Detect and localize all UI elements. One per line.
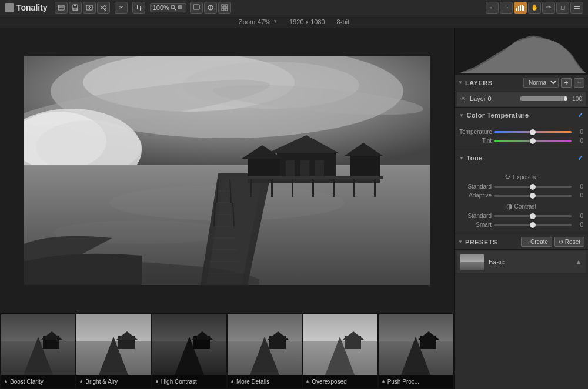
presets-reset-button[interactable]: ↺ Reset [554, 237, 584, 247]
save-button[interactable] [69, 2, 82, 14]
contrast-standard-slider[interactable] [494, 215, 572, 217]
contrast-smart-slider[interactable] [494, 224, 572, 226]
tone-header[interactable]: ▼ Tone ✓ [455, 150, 588, 166]
svg-rect-28 [574, 6, 580, 7]
svg-rect-20 [225, 5, 228, 7]
preview-image [24, 56, 430, 285]
layers-header: ▼ LAYERS Normal Multiply Screen Overlay … [455, 75, 588, 90]
contrast-standard-label: Standard [459, 213, 492, 219]
image-dimensions: 1920 x 1080 [289, 18, 325, 25]
filmstrip-label-0: Boost Clarity [10, 378, 44, 385]
layers-title: LAYERS [465, 79, 521, 86]
filmstrip: ★ Boost Clarity ★ Bright & Airy [0, 313, 454, 389]
export-button[interactable] [83, 2, 96, 14]
svg-point-5 [104, 5, 106, 6]
filmstrip-star-0[interactable]: ★ [4, 378, 8, 384]
share-button[interactable] [97, 2, 110, 14]
color-temperature-header[interactable]: ▼ Color Temperature ✓ [455, 108, 588, 123]
layer-item-0[interactable]: 👁 Layer 0 100 [457, 92, 586, 106]
eraser-button[interactable]: ◻ [556, 2, 569, 14]
zoom-dropdown-icon[interactable]: ▼ [273, 19, 278, 24]
filmstrip-item-0[interactable]: ★ Boost Clarity [1, 314, 75, 388]
tint-slider[interactable] [494, 140, 572, 142]
presets-triangle-icon: ▼ [458, 239, 463, 244]
zoom-control[interactable]: Zoom 47% ▼ [239, 18, 278, 25]
color-temp-enabled-icon[interactable]: ✓ [577, 111, 584, 119]
fullscreen-button[interactable] [190, 2, 203, 14]
filmstrip-star-5[interactable]: ★ [381, 378, 386, 384]
app-icon [5, 3, 14, 12]
redo-button[interactable]: → [500, 2, 513, 14]
svg-rect-29 [574, 8, 580, 9]
main-image[interactable] [24, 56, 430, 285]
layer-opacity-bar-0[interactable] [520, 96, 567, 101]
view-tools [132, 2, 145, 14]
svg-rect-71 [353, 179, 355, 197]
tone-enabled-icon[interactable]: ✓ [577, 154, 584, 162]
toolbar: Tonality ✂ 100% [0, 0, 588, 15]
filmstrip-item-2[interactable]: ★ High Contrast [152, 314, 226, 388]
filmstrip-star-1[interactable]: ★ [79, 378, 83, 384]
zoom-label: Zoom [239, 18, 255, 25]
scissors-button[interactable]: ✂ [115, 2, 128, 14]
layers-blend-mode[interactable]: Normal Multiply Screen Overlay [523, 78, 559, 88]
layer-visibility-icon[interactable]: 👁 [460, 96, 466, 102]
exposure-adaptive-row: Adaptive 0 [459, 192, 583, 199]
contrast-smart-value: 0 [574, 222, 583, 228]
compare-button[interactable] [204, 2, 217, 14]
filmstrip-label-4: Overexposed [312, 378, 346, 385]
app-title: Tonality [5, 3, 48, 12]
svg-rect-16 [193, 5, 199, 9]
svg-rect-2 [74, 5, 76, 6]
contrast-icon: ◑ [506, 202, 512, 210]
grid-button[interactable] [218, 2, 231, 14]
color-temperature-section: ▼ Color Temperature ✓ Temperature 0 Tint [455, 108, 588, 150]
color-temp-content: Temperature 0 Tint 0 [455, 123, 588, 150]
svg-rect-11 [137, 9, 142, 9]
svg-rect-22 [225, 8, 228, 11]
preset-expand-icon[interactable]: ▲ [575, 258, 582, 266]
preset-category-basic[interactable]: Basic ▲ [457, 251, 586, 273]
layers-delete-button[interactable]: − [574, 78, 584, 88]
svg-rect-3 [74, 8, 77, 10]
layers-button[interactable] [570, 2, 583, 14]
tone-section: ▼ Tone ✓ ↻ Exposure Standard 0 [455, 150, 588, 234]
filmstrip-label-1: Bright & Airy [85, 378, 118, 385]
filmstrip-star-2[interactable]: ★ [155, 378, 159, 384]
filmstrip-star-3[interactable]: ★ [230, 378, 235, 384]
svg-rect-25 [520, 5, 521, 11]
filmstrip-star-4[interactable]: ★ [305, 378, 310, 384]
exposure-adaptive-slider[interactable] [494, 195, 572, 197]
presets-header: ▼ PRESETS + Create ↺ Reset [455, 234, 588, 250]
app-title-text: Tonality [16, 3, 48, 12]
svg-rect-68 [292, 179, 293, 197]
svg-point-12 [171, 5, 175, 9]
filmstrip-label-5: Push Proc... [387, 378, 419, 385]
filmstrip-item-5[interactable]: ★ Push Proc... [379, 314, 453, 388]
svg-rect-24 [518, 6, 519, 11]
filmstrip-item-3[interactable]: ★ More Details [228, 314, 302, 388]
filmstrip-item-1[interactable]: ★ Bright & Airy [76, 314, 151, 388]
tone-triangle-icon: ▼ [459, 156, 464, 161]
status-bar: Zoom 47% ▼ 1920 x 1080 8-bit [0, 15, 588, 28]
right-toolbar: ← → ✋ ✏ ◻ [486, 2, 583, 14]
exposure-standard-label: Standard [459, 183, 492, 190]
image-container[interactable] [0, 28, 454, 313]
histogram-button[interactable] [514, 2, 527, 14]
undo-button[interactable]: ← [486, 2, 499, 14]
open-button[interactable] [55, 2, 68, 14]
svg-point-7 [104, 8, 106, 10]
svg-rect-72 [374, 179, 376, 197]
crop-button[interactable] [132, 2, 145, 14]
filmstrip-item-4[interactable]: ★ Overexposed [303, 314, 377, 388]
filmstrip-label-2: High Contrast [161, 378, 197, 385]
pen-button[interactable]: ✏ [542, 2, 555, 14]
main-area: ★ Boost Clarity ★ Bright & Airy [0, 28, 588, 389]
hand-button[interactable]: ✋ [528, 2, 541, 14]
temperature-slider[interactable] [494, 131, 572, 133]
exposure-standard-slider[interactable] [494, 186, 572, 188]
histogram [455, 28, 588, 75]
layers-add-button[interactable]: + [561, 78, 572, 88]
zoom-display: 100% [150, 3, 186, 12]
presets-create-button[interactable]: + Create [521, 237, 552, 247]
